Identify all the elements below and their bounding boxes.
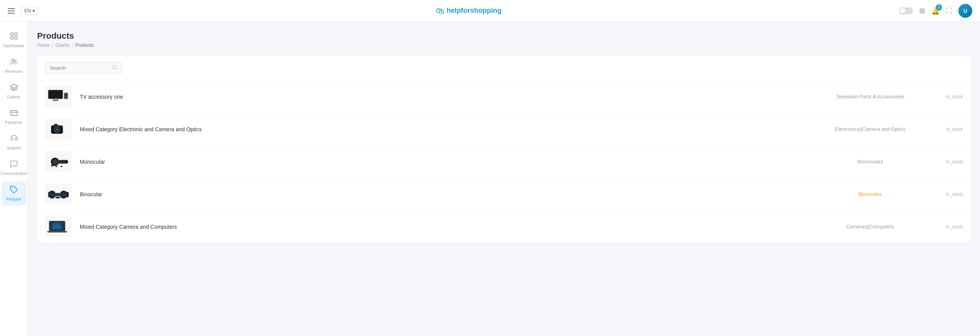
products-icon [10, 185, 18, 195]
product-thumbnail [45, 118, 72, 140]
svg-rect-13 [49, 91, 62, 98]
product-thumbnail [45, 183, 72, 205]
product-row[interactable]: Monocular Monoculars in_stock [37, 146, 971, 178]
product-category: Monoculars [816, 159, 924, 165]
breadcrumb-home[interactable]: Home [37, 43, 50, 48]
sidebar-item-dashboards[interactable]: Dashboards [2, 28, 26, 52]
svg-rect-0 [10, 33, 13, 35]
product-status: in_stock [932, 94, 963, 99]
header-right: ⊞ 🔔 3 ⛶ U [899, 4, 972, 18]
products-label: Products [6, 197, 21, 202]
header-left: EN ▾ [8, 7, 38, 15]
svg-point-23 [56, 129, 58, 130]
payments-icon [10, 109, 18, 119]
product-list-card: TV accessory one Television Parts & Acce… [37, 56, 971, 243]
product-thumbnail [45, 151, 72, 172]
app-body: Dashboards Revenues Experts [0, 22, 980, 336]
product-row[interactable]: Binocular Binoculars in_stock [37, 178, 971, 211]
revenues-label: Revenues [5, 69, 22, 74]
svg-rect-2 [10, 37, 13, 39]
support-icon [10, 134, 18, 144]
svg-rect-18 [65, 97, 67, 97]
product-row[interactable]: Mixed Category Camera and Computers Came… [37, 211, 971, 243]
dashboards-icon [10, 32, 18, 42]
breadcrumb: Home | Clients | Products [37, 43, 971, 48]
revenues-icon [10, 58, 18, 68]
toggle-switch[interactable] [899, 7, 913, 14]
product-name: Monocular [80, 159, 808, 165]
svg-rect-24 [54, 124, 58, 126]
notification-badge: 3 [936, 4, 942, 10]
logo-area: 🛍 helpforshopping [436, 6, 501, 16]
product-name: Mixed Category Electronic and Camera and… [80, 126, 808, 132]
svg-point-16 [65, 94, 67, 95]
sidebar-item-products[interactable]: Products [2, 182, 26, 206]
sidebar-item-communication[interactable]: Communication [2, 156, 26, 180]
product-status: in_stock [932, 127, 963, 132]
svg-rect-31 [56, 166, 58, 167]
sidebar: Dashboards Revenues Experts [0, 22, 28, 336]
svg-line-11 [116, 69, 117, 70]
svg-point-10 [113, 65, 116, 69]
svg-point-4 [12, 59, 14, 62]
svg-rect-14 [53, 99, 58, 101]
svg-rect-3 [14, 37, 17, 39]
breadcrumb-clients[interactable]: Clients [55, 43, 70, 48]
search-icon [112, 65, 117, 71]
payments-label: Payments [5, 120, 22, 125]
svg-rect-38 [55, 193, 61, 196]
experts-label: Experts [7, 95, 21, 99]
product-status: in_stock [932, 159, 963, 165]
chevron-down-icon: ▾ [32, 8, 35, 14]
svg-point-35 [50, 192, 55, 197]
product-status: in_stock [932, 192, 963, 197]
product-name: Binocular [80, 191, 808, 197]
lang-label: EN [24, 8, 31, 14]
logo-icon: 🛍 [436, 6, 444, 16]
product-category: Electronics||Camera and Optics [816, 126, 924, 132]
product-row[interactable]: TV accessory one Television Parts & Acce… [37, 81, 971, 113]
svg-point-25 [60, 126, 62, 128]
product-name: TV accessory one [80, 94, 808, 100]
sidebar-item-revenues[interactable]: Revenues [2, 54, 26, 78]
grid-view-icon[interactable]: ⊞ [919, 7, 925, 15]
product-category[interactable]: Binoculars [816, 191, 924, 197]
notifications-button[interactable]: 🔔 3 [931, 7, 940, 15]
svg-rect-40 [56, 197, 60, 199]
svg-rect-17 [65, 96, 67, 96]
fullscreen-icon[interactable]: ⛶ [946, 7, 952, 14]
breadcrumb-current: Products [75, 43, 94, 48]
svg-rect-30 [51, 165, 53, 166]
top-header: EN ▾ 🛍 helpforshopping ⊞ 🔔 3 ⛶ U [0, 0, 980, 22]
product-thumbnail [45, 216, 72, 237]
sidebar-item-support[interactable]: Support [2, 130, 26, 154]
search-input-wrap[interactable] [45, 62, 122, 74]
product-list: TV accessory one Television Parts & Acce… [37, 81, 971, 243]
main-content: Products Home | Clients | Products [28, 22, 980, 336]
experts-icon [10, 83, 18, 93]
sidebar-item-experts[interactable]: Experts [2, 79, 26, 103]
user-avatar[interactable]: U [958, 4, 972, 18]
communication-label: Communication [0, 171, 27, 176]
hamburger-menu[interactable] [8, 8, 15, 14]
search-bar-container [37, 56, 971, 81]
svg-point-29 [65, 160, 68, 163]
svg-point-27 [52, 159, 58, 165]
svg-rect-6 [10, 111, 17, 116]
svg-rect-19 [65, 98, 67, 98]
svg-rect-1 [14, 33, 17, 35]
logo-text: helpforshopping [446, 7, 501, 15]
product-category: Cameras||Computers [816, 224, 924, 230]
search-input[interactable] [50, 65, 110, 71]
support-label: Support [7, 146, 21, 151]
language-selector[interactable]: EN ▾ [21, 7, 38, 15]
svg-point-5 [14, 60, 16, 62]
sidebar-item-payments[interactable]: Payments [2, 105, 26, 129]
product-row[interactable]: Mixed Category Electronic and Camera and… [37, 113, 971, 146]
product-category: Television Parts & Accessories [816, 94, 924, 99]
dashboards-label: Dashboards [3, 44, 24, 48]
product-name: Mixed Category Camera and Computers [80, 224, 808, 230]
product-thumbnail [45, 86, 72, 107]
svg-rect-44 [48, 231, 67, 232]
svg-rect-39 [66, 192, 69, 197]
